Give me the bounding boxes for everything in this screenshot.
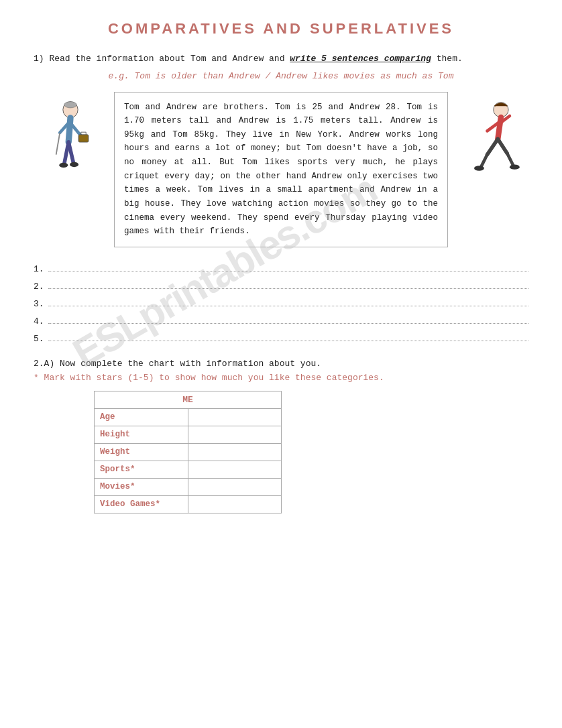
svg-line-9 bbox=[56, 133, 60, 155]
chart-value-weight[interactable] bbox=[188, 443, 282, 461]
svg-line-11 bbox=[68, 142, 73, 164]
chart-row-movies: Movies* bbox=[95, 478, 282, 495]
sentence-item-2: 2. bbox=[34, 278, 528, 292]
svg-point-22 bbox=[474, 166, 484, 170]
chart-value-age[interactable] bbox=[188, 408, 282, 426]
example-line: e.g. Tom is older than Andrew / Andrew l… bbox=[34, 71, 528, 81]
sentence-dotted-5 bbox=[48, 330, 528, 341]
sentences-section: 1. 2. 3. 4. 5. bbox=[34, 261, 528, 344]
chart-row-height: Height bbox=[95, 426, 282, 443]
figure-right bbox=[455, 92, 528, 186]
chart-value-videogames[interactable] bbox=[188, 495, 282, 513]
svg-line-21 bbox=[507, 153, 513, 166]
chart-label-movies: Movies* bbox=[95, 478, 188, 495]
info-chart: ME Age Height Weight Sports* Movies* bbox=[94, 391, 282, 513]
svg-rect-4 bbox=[78, 134, 89, 141]
chart-label-sports: Sports* bbox=[95, 461, 188, 478]
chart-label-weight: Weight bbox=[95, 443, 188, 461]
chart-container: ME Age Height Weight Sports* Movies* bbox=[34, 391, 528, 513]
chart-row-videogames: Video Games* bbox=[95, 495, 282, 513]
figure-old-man-icon bbox=[40, 99, 101, 186]
sentence-item-5: 5. bbox=[34, 330, 528, 344]
chart-label-videogames: Video Games* bbox=[95, 495, 188, 513]
chart-row-age: Age bbox=[95, 408, 282, 426]
sentence-dotted-2 bbox=[48, 278, 528, 289]
svg-line-15 bbox=[498, 117, 501, 139]
chart-header: ME bbox=[95, 391, 282, 408]
reading-section: Tom and Andrew are brothers. Tom is 25 a… bbox=[34, 92, 528, 247]
sentence-dotted-1 bbox=[48, 261, 528, 271]
chart-row-sports: Sports* bbox=[95, 461, 282, 478]
figure-runner-icon bbox=[461, 99, 522, 186]
section2-title: 2.A) Now complete the chart with informa… bbox=[34, 359, 528, 369]
svg-point-23 bbox=[510, 164, 520, 169]
page-title: COMPARATIVES AND SUPERLATIVES bbox=[34, 20, 528, 38]
svg-line-20 bbox=[481, 154, 487, 167]
sentence-dotted-3 bbox=[48, 296, 528, 306]
chart-value-height[interactable] bbox=[188, 426, 282, 443]
svg-point-12 bbox=[59, 162, 68, 167]
sentence-item-4: 4. bbox=[34, 313, 528, 326]
chart-value-sports[interactable] bbox=[188, 461, 282, 478]
chart-row-weight: Weight bbox=[95, 443, 282, 461]
sentence-item-3: 3. bbox=[34, 296, 528, 309]
svg-line-18 bbox=[488, 139, 498, 154]
chart-label-height: Height bbox=[95, 426, 188, 443]
chart-value-movies[interactable] bbox=[188, 478, 282, 495]
reading-box: Tom and Andrew are brothers. Tom is 25 a… bbox=[114, 92, 448, 247]
figure-left bbox=[34, 92, 107, 186]
svg-point-1 bbox=[64, 101, 77, 107]
sentence-dotted-4 bbox=[48, 313, 528, 324]
section2-note: * Mark with stars (1-5) to show how much… bbox=[34, 373, 528, 383]
svg-point-13 bbox=[70, 162, 78, 166]
chart-label-age: Age bbox=[95, 408, 188, 426]
sentence-item-1: 1. bbox=[34, 261, 528, 274]
svg-line-19 bbox=[498, 139, 507, 153]
section1-instruction: 1) Read the information about Tom and An… bbox=[34, 52, 528, 66]
